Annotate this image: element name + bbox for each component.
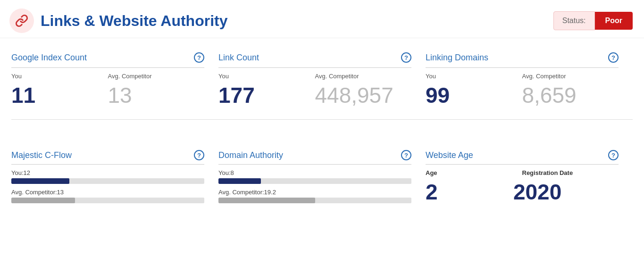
status-value: Poor (595, 12, 633, 30)
page-header: Links & Website Authority Status: Poor (0, 0, 644, 38)
metric-website-age: Website Age ? Age Registration Date 2 20… (426, 141, 633, 208)
age-cols: Age Registration Date (426, 169, 619, 176)
divider-da (218, 164, 411, 165)
metric-linking-domains: Linking Domains ? You Avg. Competitor 99… (426, 52, 633, 120)
you-value-link: 177 (218, 83, 315, 108)
metric-majestic-cflow: Majestic C-Flow ? You:12 Avg. Competitor… (11, 141, 218, 208)
you-label-link: You (218, 73, 315, 80)
metric-cols-link: You Avg. Competitor (218, 73, 411, 80)
you-value-google: 11 (11, 83, 108, 108)
bar-label-competitor-cflow: Avg. Competitor:13 (11, 189, 204, 196)
metric-title-da: Domain Authority (218, 150, 283, 160)
you-label-google: You (11, 73, 108, 80)
bar-fill-competitor-da (218, 198, 315, 203)
help-icon-domains[interactable]: ? (608, 52, 619, 63)
metric-header-da: Domain Authority ? (218, 150, 411, 160)
age-values: 2 2020 (426, 179, 619, 205)
metric-header-link: Link Count ? (218, 52, 411, 63)
competitor-label-google: Avg. Competitor (108, 73, 205, 80)
metric-title-domains: Linking Domains (426, 53, 488, 63)
you-label-domains: You (426, 73, 522, 80)
header-left: Links & Website Authority (9, 8, 227, 33)
metric-values-google: 11 13 (11, 83, 204, 108)
metric-title-google: Google Index Count (11, 53, 87, 63)
status-area: Status: Poor (553, 11, 633, 30)
bar-fill-you-da (218, 178, 261, 184)
divider-domains (426, 67, 619, 68)
bar-label-competitor-da: Avg. Competitor:19.2 (218, 189, 411, 196)
bar-fill-competitor-cflow (11, 198, 75, 203)
divider-cflow (11, 164, 204, 165)
metric-cols-google: You Avg. Competitor (11, 73, 204, 80)
reg-label: Registration Date (522, 169, 619, 176)
metric-link-count: Link Count ? You Avg. Competitor 177 448… (218, 52, 426, 120)
bar-row-competitor-cflow: Avg. Competitor:13 (11, 189, 204, 203)
metric-title-cflow: Majestic C-Flow (11, 150, 72, 160)
bar-track-competitor-cflow (11, 198, 204, 203)
status-label: Status: (553, 11, 595, 30)
bar-track-you-da (218, 178, 411, 184)
metric-header-age: Website Age ? (426, 150, 619, 160)
metric-title-age: Website Age (426, 150, 473, 160)
metric-domain-authority: Domain Authority ? You:8 Avg. Competitor… (218, 141, 426, 208)
metric-header-cflow: Majestic C-Flow ? (11, 150, 204, 160)
bar-label-you-cflow: You:12 (11, 169, 204, 176)
page-title: Links & Website Authority (41, 12, 227, 30)
bar-row-competitor-da: Avg. Competitor:19.2 (218, 189, 411, 203)
bar-section-da: You:8 Avg. Competitor:19.2 (218, 169, 411, 203)
bar-row-you-da: You:8 (218, 169, 411, 184)
link-icon (15, 14, 28, 27)
metrics-row2: Majestic C-Flow ? You:12 Avg. Competitor… (0, 141, 644, 217)
divider-age (426, 164, 619, 165)
help-icon-da[interactable]: ? (401, 150, 411, 160)
competitor-value-link: 448,957 (315, 83, 412, 108)
metric-values-domains: 99 8,659 (426, 83, 619, 108)
bar-label-you-da: You:8 (218, 169, 411, 176)
competitor-label-domains: Avg. Competitor (522, 73, 619, 80)
bar-track-competitor-da (218, 198, 411, 203)
help-icon-google[interactable]: ? (194, 52, 204, 63)
help-icon-age[interactable]: ? (608, 150, 619, 160)
age-value: 2 (426, 179, 513, 205)
reg-value: 2020 (513, 179, 619, 205)
competitor-value-domains: 8,659 (522, 83, 619, 108)
metric-header-domains: Linking Domains ? (426, 52, 619, 63)
metric-cols-domains: You Avg. Competitor (426, 73, 619, 80)
bar-fill-you-cflow (11, 178, 69, 184)
header-icon (9, 8, 34, 33)
metric-title-link: Link Count (218, 53, 259, 63)
divider-google (11, 67, 204, 68)
metrics-row1: Google Index Count ? You Avg. Competitor… (0, 38, 644, 141)
help-icon-link[interactable]: ? (401, 52, 411, 63)
metric-header-google: Google Index Count ? (11, 52, 204, 63)
age-label: Age (426, 169, 522, 176)
metric-values-link: 177 448,957 (218, 83, 411, 108)
divider-link (218, 67, 411, 68)
competitor-label-link: Avg. Competitor (315, 73, 412, 80)
bar-row-you-cflow: You:12 (11, 169, 204, 184)
metric-google-index-count: Google Index Count ? You Avg. Competitor… (11, 52, 218, 120)
bar-track-you-cflow (11, 178, 204, 184)
bar-section-cflow: You:12 Avg. Competitor:13 (11, 169, 204, 203)
competitor-value-google: 13 (108, 83, 205, 108)
you-value-domains: 99 (426, 83, 522, 108)
help-icon-cflow[interactable]: ? (194, 150, 204, 160)
